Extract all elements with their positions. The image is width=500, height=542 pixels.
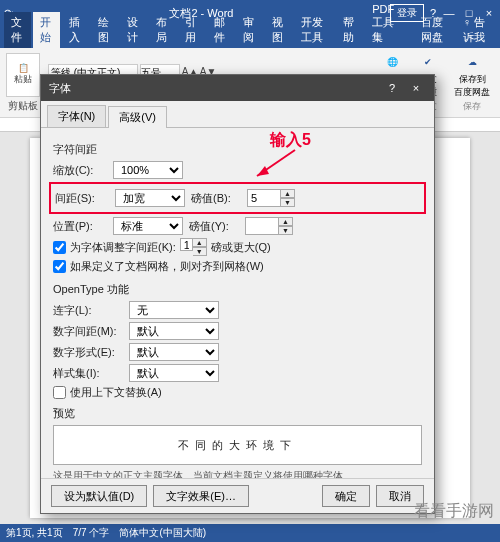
tab-review[interactable]: 审阅	[236, 12, 263, 48]
spacing-select[interactable]: 加宽	[115, 189, 185, 207]
opentype-section-label: OpenType 功能	[53, 282, 422, 297]
spacing-label: 间距(S):	[55, 191, 109, 206]
ribbon-tabs: 文件 开始 插入 绘图 设计 布局 引用 邮件 审阅 视图 开发工具 帮助 PD…	[0, 26, 500, 48]
tab-file[interactable]: 文件	[4, 12, 31, 48]
baidu-save-group[interactable]: ☁ 保存到 百度网盘 保存	[450, 50, 494, 115]
translate-icon: 🌐	[382, 52, 402, 72]
highlight-box: 间距(S): 加宽 磅值(B): ▲▼	[49, 182, 426, 214]
check-icon: ✔	[418, 52, 438, 72]
ok-button[interactable]: 确定	[322, 485, 370, 507]
tab-view[interactable]: 视图	[265, 12, 292, 48]
status-language[interactable]: 简体中文(中国大陆)	[119, 526, 206, 540]
tab-design[interactable]: 设计	[120, 12, 147, 48]
spacing-section-label: 字符间距	[53, 142, 422, 157]
tab-help[interactable]: 帮助	[336, 12, 363, 48]
snap-checkbox[interactable]	[53, 260, 66, 273]
styleset-label: 样式集(I):	[53, 366, 123, 381]
tab-developer[interactable]: 开发工具	[294, 12, 334, 48]
dialog-help-button[interactable]: ?	[382, 78, 402, 98]
spin-up-icon[interactable]: ▲	[279, 217, 293, 226]
numspacing-label: 数字间距(M):	[53, 324, 123, 339]
numform-select[interactable]: 默认	[129, 343, 219, 361]
dialog-close-button[interactable]: ×	[406, 78, 426, 98]
clipboard-group-label: 剪贴板	[8, 99, 38, 113]
position-label: 位置(P):	[53, 219, 107, 234]
baidu-save-label: 保存到 百度网盘	[454, 73, 490, 99]
paste-label: 粘贴	[14, 73, 32, 86]
tab-mailings[interactable]: 邮件	[207, 12, 234, 48]
preview-note: 这是用于中文的正文主题字体。当前文档主题定义将使用哪种字体。	[53, 469, 422, 478]
kerning-input[interactable]	[180, 238, 193, 251]
annotation-arrow-icon	[245, 146, 315, 182]
dialog-tab-advanced[interactable]: 高级(V)	[108, 106, 167, 128]
spin-down-icon[interactable]: ▼	[281, 198, 295, 207]
cloud-icon: ☁	[462, 52, 482, 72]
dialog-titlebar: 字体 ? ×	[41, 75, 434, 101]
numspacing-select[interactable]: 默认	[129, 322, 219, 340]
pound-label: 磅值(B):	[191, 191, 241, 206]
status-page[interactable]: 第1页, 共1页	[6, 526, 63, 540]
dialog-body: 字符间距 缩放(C): 100% 间距(S): 加宽 磅值(B): ▲▼ 位置(…	[41, 128, 434, 478]
pound-input[interactable]	[247, 189, 281, 207]
paste-button[interactable]: 📋 粘贴	[6, 53, 40, 97]
spin-up-icon[interactable]: ▲	[281, 189, 295, 198]
tab-draw[interactable]: 绘图	[91, 12, 118, 48]
text-effects-button[interactable]: 文字效果(E)…	[153, 485, 249, 507]
dialog-title: 字体	[49, 81, 71, 96]
tab-layout[interactable]: 布局	[149, 12, 176, 48]
dialog-tabs: 字体(N) 高级(V)	[41, 101, 434, 128]
clipboard-icon: 📋	[18, 63, 29, 73]
context-checkbox[interactable]	[53, 386, 66, 399]
pound2-spinner[interactable]: ▲▼	[245, 217, 293, 235]
pound2-label: 磅值(Y):	[189, 219, 239, 234]
position-select[interactable]: 标准	[113, 217, 183, 235]
kerning-spinner[interactable]: ▲▼	[180, 238, 207, 256]
ligature-select[interactable]: 无	[129, 301, 219, 319]
kerning-suffix: 磅或更大(Q)	[211, 240, 271, 255]
scale-label: 缩放(C):	[53, 163, 107, 178]
spin-down-icon[interactable]: ▼	[279, 226, 293, 235]
svg-marker-1	[257, 166, 269, 176]
spin-up-icon[interactable]: ▲	[193, 238, 207, 247]
styleset-select[interactable]: 默认	[129, 364, 219, 382]
dialog-tab-font[interactable]: 字体(N)	[47, 105, 106, 127]
tab-references[interactable]: 引用	[178, 12, 205, 48]
tab-baidu[interactable]: 百度网盘	[414, 12, 454, 48]
baidu-save-group-label: 保存	[463, 100, 481, 113]
tab-home[interactable]: 开始	[33, 12, 60, 48]
numform-label: 数字形式(E):	[53, 345, 123, 360]
spin-down-icon[interactable]: ▼	[193, 247, 207, 256]
snap-label: 如果定义了文档网格，则对齐到网格(W)	[70, 259, 264, 274]
tab-pdf[interactable]: PDF工具集	[365, 0, 412, 48]
preview-section-label: 预览	[53, 406, 422, 421]
tab-tellme[interactable]: ♀ 告诉我	[456, 12, 496, 48]
kerning-checkbox[interactable]	[53, 241, 66, 254]
context-label: 使用上下文替换(A)	[70, 385, 162, 400]
set-default-button[interactable]: 设为默认值(D)	[51, 485, 147, 507]
ligature-label: 连字(L):	[53, 303, 123, 318]
tab-insert[interactable]: 插入	[62, 12, 89, 48]
scale-select[interactable]: 100%	[113, 161, 183, 179]
pound-spinner[interactable]: ▲▼	[247, 189, 295, 207]
preview-box: 不同的大环境下	[53, 425, 422, 465]
pound2-input[interactable]	[245, 217, 279, 235]
status-words[interactable]: 7/7 个字	[73, 526, 110, 540]
font-dialog: 字体 ? × 字体(N) 高级(V) 字符间距 缩放(C): 100% 间距(S…	[40, 74, 435, 514]
status-bar: 第1页, 共1页 7/7 个字 简体中文(中国大陆)	[0, 524, 500, 542]
dialog-buttons: 设为默认值(D) 文字效果(E)… 确定 取消	[41, 478, 434, 513]
watermark-text: 看看手游网	[414, 501, 494, 522]
kerning-label: 为字体调整字间距(K):	[70, 240, 176, 255]
